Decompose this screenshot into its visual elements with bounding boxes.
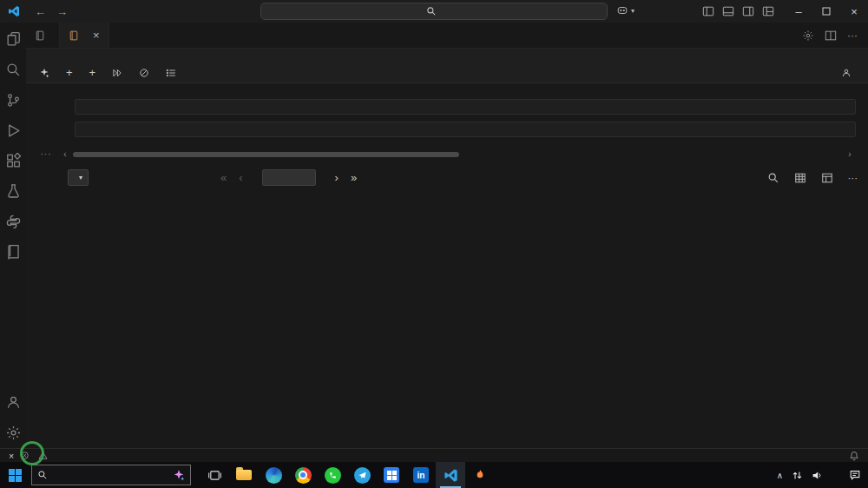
clear-all-outputs-button[interactable] [133, 63, 159, 82]
network-icon[interactable] [792, 470, 803, 481]
warning-icon [38, 451, 48, 460]
outline-icon [166, 68, 176, 78]
chevron-down-icon: ▾ [631, 7, 635, 15]
previous-page-button[interactable]: ‹ [237, 172, 244, 183]
last-page-button[interactable]: » [349, 172, 358, 183]
hidden-icons-chevron[interactable]: ∧ [777, 471, 783, 480]
horizontal-scrollbar[interactable]: ‹ › [59, 150, 868, 159]
toggle-sidebar-icon[interactable] [702, 5, 714, 17]
page-number-input[interactable] [262, 169, 316, 186]
toggle-secondary-sidebar-icon[interactable] [742, 5, 754, 17]
chrome-icon[interactable] [288, 462, 318, 488]
editor-tabs: × ··· [26, 23, 868, 49]
jupyter-icon[interactable] [0, 237, 26, 267]
flame-app-icon[interactable] [465, 462, 495, 488]
tab-close-icon[interactable]: × [93, 29, 100, 42]
code-editor[interactable] [75, 99, 856, 115]
cell-gutter [33, 122, 75, 137]
notebook-editor: ··· ‹ › ▾ « ‹ [26, 83, 868, 448]
whatsapp-icon[interactable] [318, 462, 347, 488]
taskbar-search[interactable] [31, 465, 191, 485]
add-code-cell-button[interactable]: + [60, 63, 82, 82]
first-page-button[interactable]: « [219, 172, 228, 183]
account-icon[interactable] [0, 387, 26, 418]
split-editor-icon[interactable] [825, 30, 837, 42]
activity-bar [0, 23, 26, 448]
window-controls: – × [702, 0, 868, 23]
windows-logo-icon [9, 469, 22, 482]
add-markdown-cell-button[interactable]: + [83, 63, 106, 82]
toolbar-more-button[interactable] [187, 63, 199, 82]
search-icon [426, 6, 437, 16]
telegram-icon[interactable] [347, 462, 377, 488]
cell-gutter [33, 99, 75, 115]
output-more-icon[interactable]: ··· [848, 173, 858, 183]
extensions-icon[interactable] [0, 146, 26, 176]
plus-icon: + [66, 67, 73, 78]
notebook-file-icon [69, 30, 79, 41]
more-actions-icon[interactable]: ··· [847, 30, 858, 42]
gear-icon[interactable] [802, 30, 814, 42]
pagination-bar: ▾ « ‹ › » ··· [59, 169, 868, 186]
problems-indicator[interactable] [20, 451, 50, 460]
title-bar: ← → ▾ – × [0, 0, 868, 23]
copilot-sparkle-icon [173, 469, 185, 481]
scrollbar-thumb[interactable] [73, 152, 459, 157]
notebook-toolbar: + + [26, 63, 868, 83]
next-page-button[interactable]: › [333, 172, 340, 183]
blue-app-icon[interactable] [377, 462, 406, 488]
file-explorer-icon[interactable] [229, 462, 259, 488]
page-size-dropdown[interactable]: ▾ [68, 169, 89, 186]
customize-layout-icon[interactable] [762, 5, 774, 17]
vscode-logo-icon [7, 4, 21, 18]
history-navigation: ← → [35, 5, 68, 18]
notebook-file-icon [35, 30, 45, 41]
search-icon[interactable] [0, 55, 26, 85]
table-view-icon[interactable] [821, 172, 833, 184]
notifications-bell-icon[interactable] [849, 451, 859, 461]
copilot-button[interactable]: ▾ [616, 4, 635, 16]
recorder-close-icon[interactable]: × [9, 451, 14, 461]
tab-eda[interactable]: × [60, 23, 109, 48]
command-center-search[interactable] [260, 3, 608, 20]
scroll-left-icon[interactable]: ‹ [59, 150, 71, 159]
close-button[interactable]: × [840, 0, 868, 23]
testing-icon[interactable] [0, 176, 26, 207]
scrollbar-track[interactable] [71, 151, 844, 158]
tab-preprocessing-machine[interactable] [26, 23, 60, 48]
task-view-icon [207, 468, 222, 483]
cell-output: ··· ‹ › ▾ « ‹ [26, 148, 868, 186]
vscode-taskbar-icon[interactable] [436, 462, 465, 488]
clear-outputs-icon [139, 68, 149, 78]
grid-view-icon[interactable] [794, 172, 806, 184]
back-arrow-icon[interactable]: ← [35, 5, 46, 18]
task-view-button[interactable] [200, 462, 229, 488]
settings-gear-icon[interactable] [0, 418, 26, 448]
linkedin-icon[interactable]: in [406, 462, 436, 488]
run-all-button[interactable] [106, 63, 132, 82]
maximize-button[interactable] [812, 0, 840, 23]
kernel-picker[interactable] [841, 68, 868, 78]
outline-button[interactable] [160, 63, 186, 82]
volume-icon[interactable] [812, 470, 823, 481]
source-control-icon[interactable] [0, 85, 26, 115]
action-center-icon[interactable] [849, 469, 861, 481]
python-icon[interactable] [0, 207, 26, 237]
output-collapse-indicator[interactable]: ··· [33, 148, 59, 186]
generate-button[interactable] [33, 63, 59, 82]
toggle-panel-icon[interactable] [722, 5, 734, 17]
edge-icon[interactable] [259, 462, 288, 488]
sparkle-icon [39, 68, 49, 78]
code-cell[interactable] [33, 99, 856, 115]
start-button[interactable] [0, 462, 30, 488]
minimize-button[interactable]: – [785, 0, 812, 23]
run-and-debug-icon[interactable] [0, 115, 26, 146]
explorer-icon[interactable] [0, 24, 26, 55]
breadcrumb [26, 49, 868, 63]
search-icon[interactable] [767, 172, 779, 184]
code-editor[interactable] [75, 122, 856, 137]
forward-arrow-icon[interactable]: → [56, 5, 68, 18]
search-icon [37, 470, 48, 480]
code-cell[interactable] [33, 122, 856, 137]
scroll-right-icon[interactable]: › [844, 150, 856, 159]
